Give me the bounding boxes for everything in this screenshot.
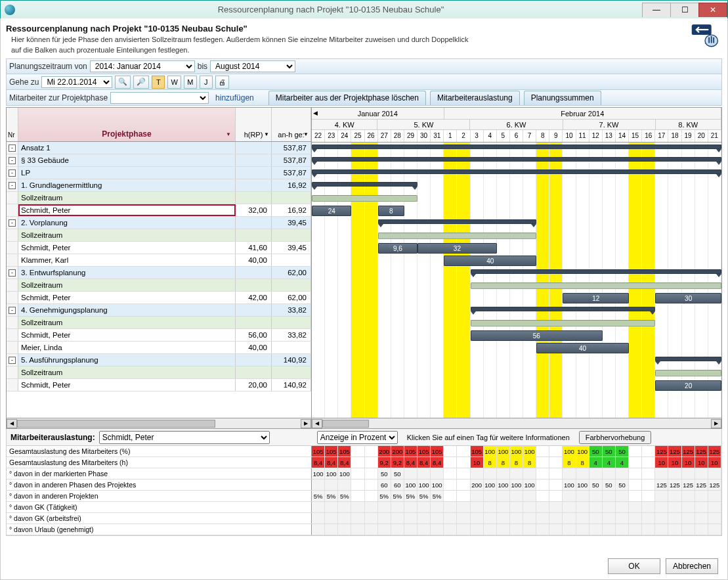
util-cell[interactable] [457, 524, 470, 535]
util-cell[interactable] [338, 513, 351, 524]
util-cell[interactable] [351, 480, 364, 490]
util-cell[interactable] [418, 513, 431, 524]
table-row[interactable]: -3. Entwurfsplanung62,00 [7, 267, 311, 279]
view-month-button[interactable]: M [184, 76, 197, 89]
util-cell[interactable] [629, 513, 642, 524]
util-cell[interactable] [563, 524, 576, 535]
util-cell[interactable]: 8 [484, 457, 497, 468]
util-cell[interactable]: 105 [471, 446, 484, 457]
util-cell[interactable] [589, 468, 603, 479]
table-row[interactable]: Sollzeitraum [7, 192, 311, 204]
day-header[interactable]: 23 [325, 130, 338, 142]
util-cell[interactable]: 100 [510, 446, 523, 457]
util-cell[interactable] [418, 502, 431, 512]
minimize-button[interactable]: — [642, 3, 671, 17]
table-row[interactable]: Schmidt, Peter42,0062,00 [7, 292, 311, 304]
util-cell[interactable] [642, 468, 655, 479]
day-header[interactable]: 26 [365, 130, 378, 142]
util-cell[interactable]: 105 [325, 446, 338, 457]
util-cell[interactable] [444, 457, 457, 468]
day-header[interactable]: 31 [431, 130, 444, 142]
util-cell[interactable] [457, 468, 470, 479]
expand-icon[interactable]: - [9, 357, 16, 364]
left-hscroll[interactable]: ◀▶ [7, 418, 311, 428]
util-cell[interactable]: 50 [378, 468, 391, 479]
gantt-bar[interactable]: 32 [418, 243, 497, 254]
util-cell[interactable]: 4 [616, 457, 629, 468]
util-cell[interactable]: 200 [391, 446, 404, 457]
period-from-select[interactable]: 2014: Januar 2014 [90, 60, 195, 72]
gantt-bar[interactable]: 20 [655, 380, 721, 391]
timeline-row[interactable] [312, 305, 721, 317]
view-day-button[interactable]: T [152, 76, 165, 89]
util-cell[interactable]: 100 [576, 480, 589, 490]
util-cell[interactable] [484, 513, 497, 524]
util-cell[interactable] [351, 502, 364, 512]
util-cell[interactable] [523, 513, 536, 524]
util-cell[interactable] [589, 513, 603, 524]
gantt-bar[interactable] [471, 307, 656, 311]
day-header[interactable]: 27 [378, 130, 391, 142]
util-cell[interactable] [642, 491, 655, 501]
util-cell[interactable] [444, 513, 457, 524]
util-cell[interactable] [695, 491, 708, 501]
timeline-row[interactable]: 248 [312, 205, 721, 217]
util-cell[interactable] [497, 491, 510, 501]
gantt-bar[interactable]: 40 [444, 256, 536, 266]
util-cell[interactable] [668, 491, 681, 501]
timeline-row[interactable] [312, 217, 721, 230]
timeline-row[interactable]: 56 [312, 330, 721, 342]
util-cell[interactable] [325, 480, 338, 490]
util-cell[interactable] [708, 502, 721, 512]
util-cell[interactable] [563, 468, 576, 479]
util-cell[interactable] [497, 468, 510, 479]
util-cell[interactable] [325, 513, 338, 524]
util-cell[interactable]: 125 [655, 446, 668, 457]
expand-icon[interactable]: - [9, 157, 16, 164]
util-cell[interactable] [365, 446, 378, 457]
timeline-row[interactable]: 9,632 [312, 242, 721, 255]
util-cell[interactable] [418, 468, 431, 479]
table-row[interactable]: Sollzeitraum [7, 367, 311, 379]
day-header[interactable]: 17 [655, 130, 668, 142]
day-header[interactable]: 13 [603, 130, 616, 142]
day-header[interactable]: 3 [471, 130, 484, 142]
day-header[interactable]: 4 [484, 130, 497, 142]
util-cell[interactable]: 100 [576, 446, 589, 457]
gantt-bar[interactable]: 8 [378, 206, 404, 216]
util-cell[interactable]: 100 [404, 480, 418, 490]
util-cell[interactable] [457, 491, 470, 501]
util-cell[interactable]: 125 [708, 480, 721, 490]
tab-utilisation[interactable]: Mitarbeiterauslastung [430, 91, 520, 105]
util-cell[interactable]: 5% [338, 491, 351, 501]
util-cell[interactable]: 5% [404, 491, 418, 501]
util-cell[interactable] [668, 502, 681, 512]
day-header[interactable]: 24 [338, 130, 351, 142]
day-header[interactable]: 16 [642, 130, 655, 142]
day-header[interactable]: 2 [457, 130, 470, 142]
util-cell[interactable] [642, 446, 655, 457]
util-cell[interactable] [655, 513, 668, 524]
assign-employee-select[interactable] [110, 92, 209, 104]
day-header[interactable]: 1 [444, 130, 457, 142]
util-mode-select[interactable]: Anzeige in Prozent [317, 431, 398, 444]
gantt-bar[interactable] [378, 233, 537, 239]
util-cell[interactable] [655, 491, 668, 501]
util-cell[interactable]: 50 [589, 480, 603, 490]
util-cell[interactable] [576, 502, 589, 512]
day-header[interactable]: 12 [589, 130, 603, 142]
util-cell[interactable] [682, 468, 695, 479]
cancel-button[interactable]: Abbrechen [666, 558, 718, 574]
util-cell[interactable] [563, 491, 576, 501]
gantt-bar[interactable]: 56 [471, 330, 603, 341]
day-header[interactable]: 10 [563, 130, 576, 142]
util-cell[interactable]: 5% [312, 491, 325, 501]
view-year-button[interactable]: J [200, 76, 213, 89]
util-cell[interactable] [365, 502, 378, 512]
util-cell[interactable] [431, 502, 444, 512]
util-cell[interactable]: 10 [695, 457, 708, 468]
util-cell[interactable] [603, 524, 616, 535]
util-cell[interactable] [576, 524, 589, 535]
util-cell[interactable] [444, 491, 457, 501]
util-cell[interactable] [457, 446, 470, 457]
